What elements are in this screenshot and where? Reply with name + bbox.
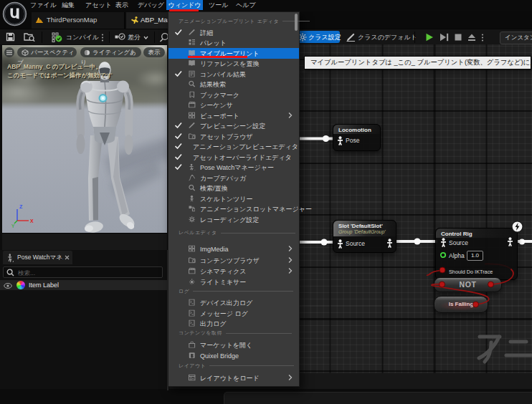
svg-text:Y: Y bbox=[11, 223, 15, 229]
svg-text:X: X bbox=[30, 218, 34, 223]
svg-text:Z: Z bbox=[19, 204, 23, 209]
